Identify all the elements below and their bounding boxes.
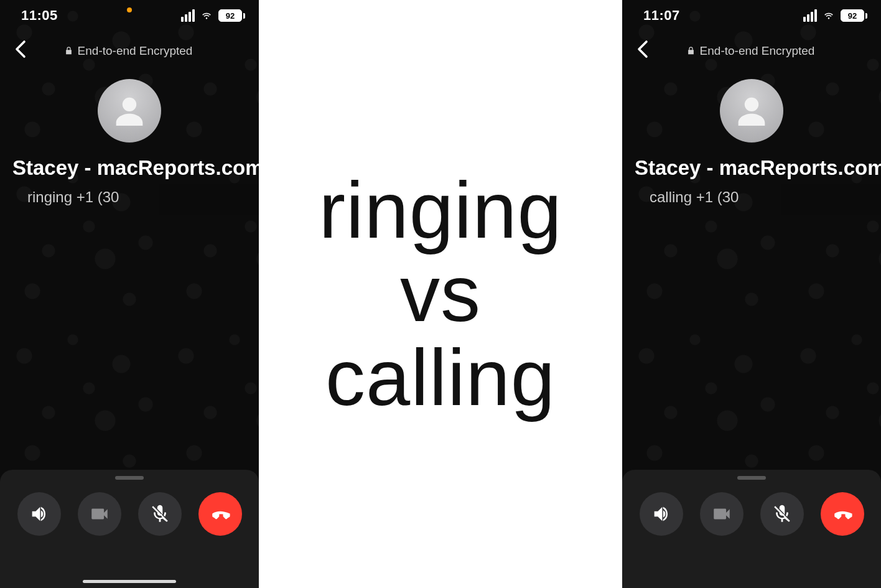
person-placeholder-icon xyxy=(110,91,149,131)
status-right-cluster: 92 xyxy=(181,9,245,22)
speaker-icon xyxy=(651,503,672,525)
phone-screenshot-right: 11:07 92 End-to-end Encrypted xyxy=(622,0,881,588)
contact-avatar[interactable] xyxy=(98,79,161,142)
caption-line-3: calling xyxy=(325,336,556,419)
microphone-off-icon xyxy=(149,503,170,525)
speaker-icon xyxy=(29,503,50,525)
lock-icon xyxy=(64,45,73,56)
center-caption-panel: ringing vs calling xyxy=(259,0,622,588)
hangup-icon xyxy=(210,503,231,525)
call-controls-tray xyxy=(0,470,259,588)
call-header: End-to-end Encrypted xyxy=(622,31,881,65)
ios-status-bar: 11:07 92 xyxy=(622,0,881,31)
video-camera-icon xyxy=(711,503,732,525)
caption-line-2: vs xyxy=(400,252,481,335)
end-call-button[interactable] xyxy=(198,492,242,536)
cellular-signal-icon xyxy=(181,9,195,22)
battery-indicator: 92 xyxy=(218,9,245,22)
encryption-banner: End-to-end Encrypted xyxy=(10,44,246,58)
encryption-label: End-to-end Encrypted xyxy=(700,44,815,58)
caption-line-1: ringing xyxy=(319,169,562,252)
lock-icon xyxy=(686,45,696,56)
cellular-signal-icon xyxy=(803,9,817,22)
comparison-graphic: 11:05 92 End-to-end Encrypted xyxy=(0,0,881,588)
tray-drag-handle[interactable] xyxy=(115,476,144,480)
encryption-banner: End-to-end Encrypted xyxy=(632,44,869,58)
status-time: 11:07 xyxy=(643,7,680,24)
tray-drag-handle[interactable] xyxy=(737,476,766,480)
contact-name: Stacey - macReports.com xyxy=(0,156,259,180)
recording-indicator-dot xyxy=(127,7,132,12)
contact-name: Stacey - macReports.com xyxy=(622,156,881,180)
contact-avatar[interactable] xyxy=(720,79,783,142)
home-indicator[interactable] xyxy=(83,580,176,583)
wifi-icon xyxy=(200,10,213,21)
mute-button[interactable] xyxy=(138,492,182,536)
video-button[interactable] xyxy=(700,492,743,536)
wifi-icon xyxy=(822,10,836,21)
ios-status-bar: 11:05 92 xyxy=(0,0,259,31)
speaker-button[interactable] xyxy=(17,492,61,536)
hangup-icon xyxy=(832,503,853,525)
status-right-cluster: 92 xyxy=(803,9,867,22)
mute-button[interactable] xyxy=(760,492,804,536)
video-camera-icon xyxy=(89,503,110,525)
video-button[interactable] xyxy=(78,492,121,536)
call-controls-tray xyxy=(622,470,881,588)
person-placeholder-icon xyxy=(732,91,771,131)
battery-indicator: 92 xyxy=(841,9,867,22)
svg-point-1 xyxy=(745,98,758,111)
battery-percent: 92 xyxy=(841,9,864,22)
end-call-button[interactable] xyxy=(821,492,864,536)
svg-point-0 xyxy=(123,98,136,111)
call-header: End-to-end Encrypted xyxy=(0,31,259,65)
speaker-button[interactable] xyxy=(640,492,683,536)
status-time: 11:05 xyxy=(21,7,58,24)
battery-percent: 92 xyxy=(218,9,242,22)
phone-screenshot-left: 11:05 92 End-to-end Encrypted xyxy=(0,0,259,588)
microphone-off-icon xyxy=(771,503,793,525)
encryption-label: End-to-end Encrypted xyxy=(78,44,193,58)
